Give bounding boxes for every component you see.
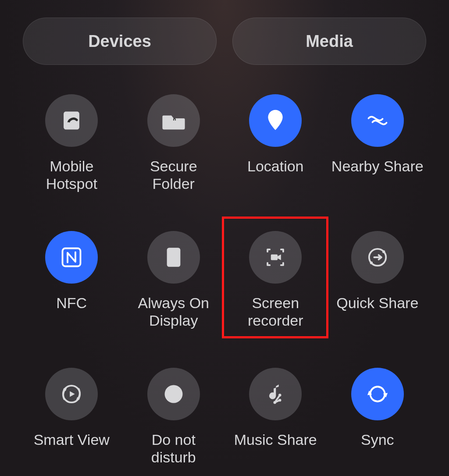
tile-label: Screen recorder xyxy=(248,294,303,329)
tile-label: Secure Folder xyxy=(150,157,197,192)
tile-smart-view[interactable]: Smart View xyxy=(23,362,121,476)
secure-folder-icon xyxy=(147,94,200,147)
tile-always-on-display[interactable]: LAlways On Display xyxy=(125,226,223,345)
tile-label: Always On Display xyxy=(138,294,210,329)
tile-sync[interactable]: Sync xyxy=(329,362,427,476)
nfc-icon xyxy=(45,231,98,284)
top-button-row: Devices Media xyxy=(23,18,426,65)
music-share-icon xyxy=(249,368,302,420)
tile-location[interactable]: Location xyxy=(227,89,324,208)
svg-rect-2 xyxy=(173,121,176,124)
tile-label: Location xyxy=(247,157,304,175)
svg-text:L: L xyxy=(171,252,176,261)
quick-share-icon xyxy=(351,231,404,284)
smart-view-icon xyxy=(45,368,98,420)
svg-point-1 xyxy=(67,122,70,126)
svg-point-9 xyxy=(370,262,372,264)
tile-nearby-share[interactable]: Nearby Share xyxy=(329,89,427,208)
quick-settings-panel: Devices Media Mobile HotspotSecure Folde… xyxy=(0,0,449,476)
media-button[interactable]: Media xyxy=(232,18,426,65)
tile-mobile-hotspot[interactable]: Mobile Hotspot xyxy=(23,89,121,208)
screen-recorder-icon xyxy=(249,231,302,284)
nearby-share-icon xyxy=(351,94,404,147)
media-button-label: Media xyxy=(306,32,353,51)
tile-label: Quick Share xyxy=(336,294,418,312)
tile-screen-recorder[interactable]: Screen recorder xyxy=(227,226,324,345)
tile-quick-share[interactable]: Quick Share xyxy=(329,226,427,345)
tile-label: NFC xyxy=(56,294,87,312)
svg-rect-7 xyxy=(271,255,278,260)
devices-button[interactable]: Devices xyxy=(23,18,217,65)
location-icon xyxy=(249,94,302,147)
svg-rect-15 xyxy=(168,393,178,395)
tile-do-not-disturb[interactable]: Do not disturb xyxy=(125,362,223,476)
aod-icon: L xyxy=(147,231,200,284)
tile-label: Smart View xyxy=(34,431,110,448)
devices-button-label: Devices xyxy=(88,32,151,51)
tile-label: Do not disturb xyxy=(151,431,196,466)
tile-nfc[interactable]: NFC xyxy=(23,226,121,345)
tile-label: Nearby Share xyxy=(331,157,424,175)
tile-label: Mobile Hotspot xyxy=(46,157,97,192)
svg-point-3 xyxy=(272,114,278,120)
sync-icon xyxy=(351,368,404,420)
svg-point-10 xyxy=(382,250,385,253)
tile-label: Sync xyxy=(361,431,394,448)
dnd-icon xyxy=(147,368,200,420)
tile-label: Music Share xyxy=(234,431,317,448)
tile-secure-folder[interactable]: Secure Folder xyxy=(125,89,223,208)
hotspot-icon xyxy=(45,94,98,147)
tile-music-share[interactable]: Music Share xyxy=(227,362,324,476)
quick-settings-grid: Mobile HotspotSecure FolderLocationNearb… xyxy=(23,89,426,476)
